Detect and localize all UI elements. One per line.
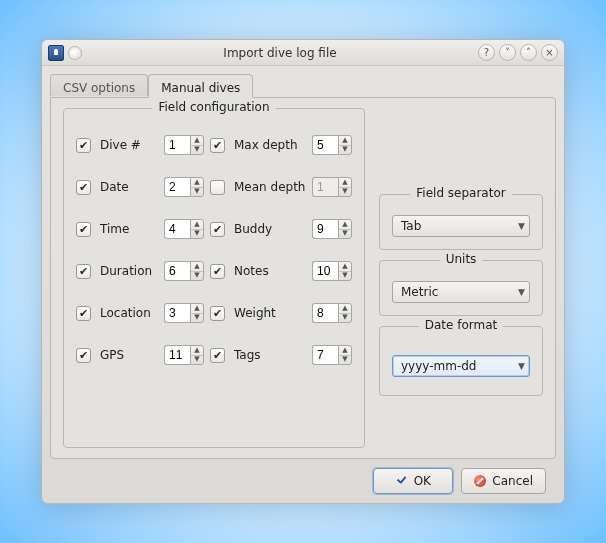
duration-spin[interactable]: ▲▼: [164, 261, 204, 281]
pin-icon[interactable]: [68, 46, 82, 60]
tab-manual-dives[interactable]: Manual dives: [148, 74, 253, 98]
tab-page: Field configuration ✔ Dive # ▲▼ ✔ Max de…: [50, 97, 556, 459]
spin-arrows[interactable]: ▲▼: [338, 219, 352, 239]
weight-input[interactable]: [312, 303, 338, 323]
spin-arrows[interactable]: ▲▼: [190, 261, 204, 281]
tags-input[interactable]: [312, 345, 338, 365]
spin-arrows[interactable]: ▲▼: [338, 135, 352, 155]
date-format-combo[interactable]: yyyy-mm-dd ▼: [392, 355, 530, 377]
chevron-up-icon[interactable]: ▲: [339, 346, 351, 356]
dive-checkbox[interactable]: ✔: [76, 138, 91, 153]
notes-spin[interactable]: ▲▼: [312, 261, 352, 281]
chevron-up-icon[interactable]: ▲: [339, 220, 351, 230]
spin-arrows[interactable]: ▲▼: [190, 177, 204, 197]
tab-manual-label: Manual dives: [161, 81, 240, 95]
chevron-down-icon[interactable]: ▼: [339, 356, 351, 365]
chevron-up-icon[interactable]: ▲: [191, 220, 203, 230]
chevron-up-icon[interactable]: ▲: [191, 178, 203, 188]
chevron-down-icon[interactable]: ▼: [191, 314, 203, 323]
cancel-button[interactable]: Cancel: [461, 468, 546, 494]
minimize-button[interactable]: ˅: [499, 44, 516, 61]
spin-arrows[interactable]: ▲▼: [338, 345, 352, 365]
chevron-up-icon[interactable]: ▲: [191, 136, 203, 146]
chevron-down-icon[interactable]: ▼: [339, 146, 351, 155]
spin-arrows[interactable]: ▲▼: [338, 261, 352, 281]
maxdepth-spin[interactable]: ▲▼: [312, 135, 352, 155]
notes-input[interactable]: [312, 261, 338, 281]
chevron-up-icon[interactable]: ▲: [191, 304, 203, 314]
cancel-label: Cancel: [492, 474, 533, 488]
dive-spin[interactable]: ▲▼: [164, 135, 204, 155]
duration-input[interactable]: [164, 261, 190, 281]
weight-checkbox[interactable]: ✔: [210, 306, 225, 321]
dive-input[interactable]: [164, 135, 190, 155]
field-configuration-group: Field configuration ✔ Dive # ▲▼ ✔ Max de…: [63, 108, 365, 448]
field-separator-value: Tab: [401, 219, 518, 233]
meandepth-checkbox[interactable]: [210, 180, 225, 195]
maxdepth-input[interactable]: [312, 135, 338, 155]
chevron-down-icon[interactable]: ▼: [191, 272, 203, 281]
chevron-down-icon[interactable]: ▼: [191, 188, 203, 197]
tags-checkbox[interactable]: ✔: [210, 348, 225, 363]
buddy-spin[interactable]: ▲▼: [312, 219, 352, 239]
location-label: Location: [100, 306, 158, 320]
cancel-icon: [474, 475, 486, 487]
spin-arrows[interactable]: ▲▼: [338, 303, 352, 323]
spin-arrows[interactable]: ▲▼: [190, 135, 204, 155]
location-input[interactable]: [164, 303, 190, 323]
gps-spin[interactable]: ▲▼: [164, 345, 204, 365]
chevron-down-icon[interactable]: ▼: [339, 272, 351, 281]
chevron-up-icon[interactable]: ▲: [191, 346, 203, 356]
chevron-down-icon[interactable]: ▼: [191, 146, 203, 155]
duration-checkbox[interactable]: ✔: [76, 264, 91, 279]
gps-checkbox[interactable]: ✔: [76, 348, 91, 363]
date-label: Date: [100, 180, 158, 194]
date-format-title: Date format: [419, 318, 504, 332]
meandepth-spin[interactable]: ▲▼: [312, 177, 352, 197]
help-button[interactable]: ?: [478, 44, 495, 61]
chevron-up-icon[interactable]: ▲: [339, 262, 351, 272]
tags-spin[interactable]: ▲▼: [312, 345, 352, 365]
field-separator-title: Field separator: [410, 186, 511, 200]
date-spin[interactable]: ▲▼: [164, 177, 204, 197]
tab-csv-label: CSV options: [63, 81, 135, 95]
notes-checkbox[interactable]: ✔: [210, 264, 225, 279]
location-spin[interactable]: ▲▼: [164, 303, 204, 323]
time-input[interactable]: [164, 219, 190, 239]
date-checkbox[interactable]: ✔: [76, 180, 91, 195]
spin-arrows[interactable]: ▲▼: [190, 345, 204, 365]
gps-label: GPS: [100, 348, 158, 362]
maximize-button[interactable]: ˄: [520, 44, 537, 61]
weight-spin[interactable]: ▲▼: [312, 303, 352, 323]
dive-label: Dive #: [100, 138, 158, 152]
buddy-input[interactable]: [312, 219, 338, 239]
time-checkbox[interactable]: ✔: [76, 222, 91, 237]
tab-csv-options[interactable]: CSV options: [50, 74, 148, 96]
content-area: CSV options Manual dives Field configura…: [42, 66, 564, 503]
chevron-up-icon[interactable]: ▲: [339, 304, 351, 314]
tab-row: CSV options Manual dives: [50, 74, 556, 98]
chevron-down-icon[interactable]: ▼: [339, 230, 351, 239]
gps-input[interactable]: [164, 345, 190, 365]
units-combo[interactable]: Metric ▼: [392, 281, 530, 303]
close-button[interactable]: ×: [541, 44, 558, 61]
maxdepth-checkbox[interactable]: ✔: [210, 138, 225, 153]
chevron-down-icon[interactable]: ▼: [191, 356, 203, 365]
chevron-up-icon[interactable]: ▲: [191, 262, 203, 272]
units-title: Units: [440, 252, 483, 266]
date-format-group: Date format yyyy-mm-dd ▼: [379, 326, 543, 396]
chevron-down-icon[interactable]: ▼: [191, 230, 203, 239]
date-format-value: yyyy-mm-dd: [401, 359, 518, 373]
meandepth-input: [312, 177, 338, 197]
time-spin[interactable]: ▲▼: [164, 219, 204, 239]
chevron-up-icon[interactable]: ▲: [339, 136, 351, 146]
notes-label: Notes: [234, 264, 306, 278]
buddy-checkbox[interactable]: ✔: [210, 222, 225, 237]
field-separator-combo[interactable]: Tab ▼: [392, 215, 530, 237]
spin-arrows[interactable]: ▲▼: [190, 303, 204, 323]
spin-arrows[interactable]: ▲▼: [190, 219, 204, 239]
chevron-down-icon[interactable]: ▼: [339, 314, 351, 323]
location-checkbox[interactable]: ✔: [76, 306, 91, 321]
date-input[interactable]: [164, 177, 190, 197]
ok-button[interactable]: OK: [373, 468, 453, 494]
